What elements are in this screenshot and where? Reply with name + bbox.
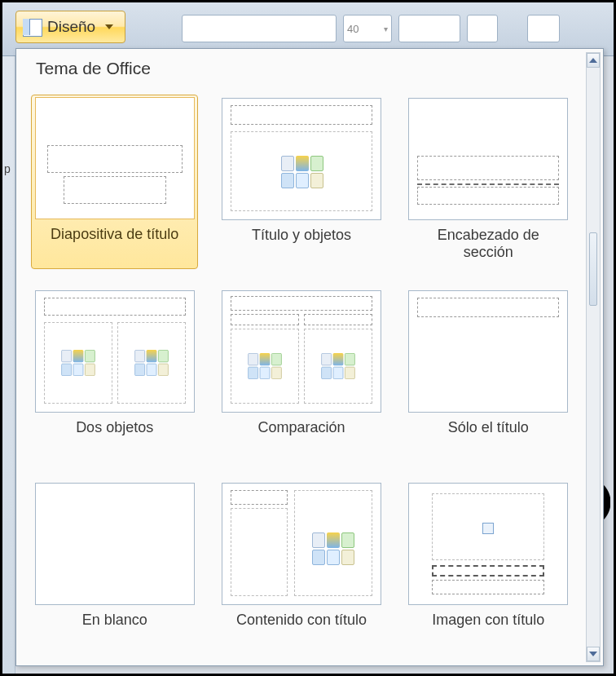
layout-label: Encabezado de sección bbox=[408, 227, 569, 266]
chevron-down-icon bbox=[105, 24, 113, 29]
thumbnail-preview bbox=[408, 290, 568, 413]
thumbnail-preview bbox=[222, 98, 381, 220]
gallery-section-header: Tema de Office bbox=[16, 49, 603, 85]
app-frame: 40 ▾ Diseño p Tema de Office bbox=[0, 0, 616, 676]
chevron-down-icon bbox=[589, 652, 597, 656]
layout-label: Dos objetos bbox=[71, 419, 158, 458]
layout-option-section-header[interactable]: Encabezado de sección bbox=[405, 95, 572, 269]
layout-dropdown-button[interactable]: Diseño bbox=[15, 11, 125, 43]
grow-shrink-font-group bbox=[398, 15, 460, 42]
layout-label: Comparación bbox=[253, 419, 350, 458]
layout-option-picture-with-caption[interactable]: Imagen con título bbox=[405, 479, 572, 654]
layout-icon bbox=[23, 19, 41, 35]
slides-panel-edge: p bbox=[2, 56, 15, 674]
thumbnail-preview bbox=[35, 290, 195, 413]
layout-label: Título y objetos bbox=[247, 227, 356, 266]
font-size-combo: 40 ▾ bbox=[343, 15, 392, 42]
bullets-button bbox=[527, 15, 560, 42]
clear-formatting-button bbox=[467, 15, 498, 42]
scroll-down-button[interactable] bbox=[587, 647, 600, 661]
layout-option-content-with-caption[interactable]: Contenido con título bbox=[218, 479, 385, 654]
chevron-up-icon bbox=[589, 58, 597, 63]
scroll-up-button[interactable] bbox=[587, 53, 600, 68]
scrollbar-thumb[interactable] bbox=[589, 232, 597, 306]
layout-label: En blanco bbox=[77, 612, 152, 651]
layout-label: Contenido con título bbox=[231, 612, 372, 651]
font-family-combo bbox=[182, 15, 337, 42]
thumbnail-preview bbox=[408, 98, 568, 220]
layout-option-title-slide[interactable]: Diapositiva de título bbox=[31, 95, 198, 269]
layout-option-two-content[interactable]: Dos objetos bbox=[31, 287, 198, 462]
thumbnail-preview bbox=[222, 483, 381, 605]
layout-label: Diapositiva de título bbox=[46, 226, 183, 265]
layout-label: Imagen con título bbox=[427, 612, 549, 651]
thumbnail-preview bbox=[35, 97, 195, 219]
layout-label: Sólo el título bbox=[443, 419, 534, 458]
thumbnail-preview bbox=[408, 483, 568, 605]
layout-gallery-panel: Tema de Office Diapositiva de título bbox=[15, 48, 604, 666]
layout-option-comparison[interactable]: Comparación bbox=[218, 287, 385, 462]
font-size-value: 40 bbox=[347, 23, 359, 35]
layout-option-blank[interactable]: En blanco bbox=[31, 479, 198, 654]
layout-button-label: Diseño bbox=[47, 18, 95, 36]
ribbon-disabled-controls: 40 ▾ bbox=[182, 9, 604, 48]
layout-option-title-and-content[interactable]: Título y objetos bbox=[218, 95, 385, 269]
layout-thumbnails-grid: Diapositiva de título Título y objetos bbox=[20, 88, 583, 661]
thumbnail-preview bbox=[222, 290, 381, 413]
gallery-scroll-area: Diapositiva de título Título y objetos bbox=[20, 88, 583, 662]
thumbnail-preview bbox=[35, 483, 195, 605]
left-strip-label: p bbox=[4, 162, 11, 175]
gallery-scrollbar[interactable] bbox=[586, 52, 601, 662]
layout-option-title-only[interactable]: Sólo el título bbox=[405, 287, 572, 462]
